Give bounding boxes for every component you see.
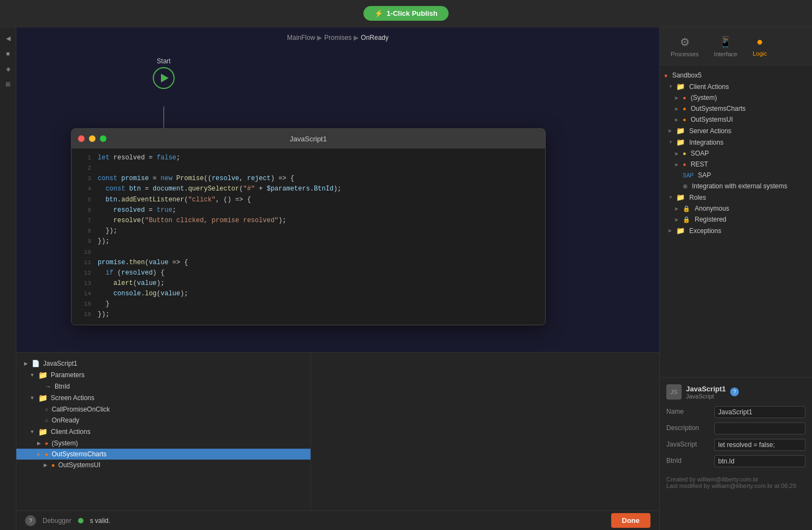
sidebar-back-icon[interactable]: ◀ [2,32,15,45]
panel-right [311,353,659,510]
panel-outsystems-charts[interactable]: ▶ ● OutSystemsCharts [16,449,311,460]
footer-right: Done [611,513,651,528]
panel-left: ▶ 📄 JavaScript1 ▼ 📁 Parameters → Bt [16,353,311,510]
footer-bar: ? Debugger s valid. Done [16,510,659,530]
help-button[interactable]: ? [25,515,36,526]
breadcrumb-sep2: ▶ [354,34,359,41]
tree-exceptions[interactable]: ▶ 📁 Exceptions [660,225,812,236]
code-line-13: 13 alert(value); [71,278,545,289]
tree-rest[interactable]: ▶ ● REST [660,159,812,170]
prop-name-row: Name JavaScript1 [666,406,805,418]
sidebar-item-3[interactable]: ⊞ [2,78,15,91]
props-title: JavaScript1 [686,385,726,393]
tree-system[interactable]: ▶ ● (System) [660,92,812,103]
code-line-12: 12 if (resolved) { [71,268,545,278]
start-circle[interactable] [153,67,175,89]
publish-button[interactable]: ⚡ 1-Click Publish [363,6,448,21]
done-button[interactable]: Done [611,513,651,528]
maximize-button[interactable] [100,135,106,142]
logic-icon: ● [756,35,763,48]
code-line-14: 14 console.log(value); [71,289,545,299]
code-line-5: 5 btn.addEventListener("click", () => { [71,195,545,205]
panel-root[interactable]: ▶ 📄 JavaScript1 [16,358,311,369]
debug-status: s valid. [90,517,110,525]
prop-javascript-row: JavaScript let resolved = false; [666,439,805,451]
props-header: JS JavaScript1 JavaScript ? [666,384,805,400]
javascript-modal: JavaScript1 1 let resolved = false; 2 3 [71,128,546,325]
prop-name-label: Name [666,406,710,415]
panel-system[interactable]: ▶ ● (System) [16,438,311,449]
tree-integration-external[interactable]: ⊕ Integration with external systems [660,181,812,192]
tree-sap[interactable]: SAP SAP [660,170,812,181]
play-icon [161,74,169,82]
canvas-column: MainFlow ▶ Promises ▶ OnReady Start [16,27,659,530]
right-tabs: ⚙ Processes 📱 Interface ● Logic [660,27,812,65]
bottom-panel: ▶ 📄 JavaScript1 ▼ 📁 Parameters → Bt [16,352,659,510]
right-tree: ● Sandbox5 ▼ 📁 Client Actions ▶ ● (Syste… [660,65,812,377]
tree-server-actions[interactable]: ▶ 📁 Server Actions [660,125,812,136]
interface-icon: 📱 [719,35,732,49]
panel-onready[interactable]: ○ OnReady [16,415,311,426]
breadcrumb-current: OnReady [361,34,389,41]
start-label: Start [157,57,170,65]
tree-integrations[interactable]: ▼ 📁 Integrations [660,136,812,148]
tree-client-actions[interactable]: ▼ 📁 Client Actions [660,81,812,92]
tree-soap[interactable]: ▶ ● SOAP [660,148,812,159]
code-line-11: 11 promise.then(value => { [71,258,545,268]
panel-client-actions[interactable]: ▼ 📁 Client Actions [16,426,311,438]
prop-btnid-row: BtnId btn.Id [666,455,805,467]
prop-btnid-value[interactable]: btn.Id [714,455,805,467]
prop-name-value[interactable]: JavaScript1 [714,406,805,418]
canvas-area: MainFlow ▶ Promises ▶ OnReady Start [16,27,659,352]
toolbar-center: ⚡ 1-Click Publish [363,6,448,21]
props-subtitle: JavaScript [686,393,726,400]
prop-javascript-value[interactable]: let resolved = false; [714,439,805,451]
code-line-8: 8 }); [71,226,545,236]
prop-description-value[interactable] [714,422,805,434]
properties-panel: JS JavaScript1 JavaScript ? Name JavaScr… [660,377,812,530]
minimize-button[interactable] [89,135,95,142]
code-editor[interactable]: 1 let resolved = false; 2 3 const promis… [71,148,545,325]
start-node: Start [153,57,175,89]
sidebar-item-2[interactable]: ◈ [2,62,15,75]
canvas-and-right: MainFlow ▶ Promises ▶ OnReady Start [16,27,812,530]
created-by: Created by william@iliberty.com.br [666,476,805,483]
panel-parameters[interactable]: ▼ 📁 Parameters [16,369,311,381]
tree-anonymous[interactable]: ▶ 🔒 Anonymous [660,203,812,214]
modal-title: JavaScript1 [290,135,327,143]
debugger-label: Debugger [43,517,71,525]
footer-left: ? Debugger s valid. [25,515,110,526]
code-line-3: 3 const promise = new Promise((resolve, … [71,174,545,184]
props-help-icon[interactable]: ? [730,388,739,396]
sidebar-item-1[interactable]: ■ [2,47,15,60]
props-type-icon: JS [666,384,682,400]
tab-logic[interactable]: ● Logic [746,32,773,60]
panel-btnid[interactable]: → BtnId [16,381,311,392]
breadcrumb-sep1: ▶ [317,34,322,41]
modified-by: Last modified by william@iliberty.com.br… [666,483,805,489]
tree-root[interactable]: ● Sandbox5 [660,70,812,81]
tree-outsystems-ui[interactable]: ▶ ● OutSystemsUI [660,114,812,125]
tree-roles[interactable]: ▼ 📁 Roles [660,192,812,203]
tree-registered[interactable]: ▶ 🔒 Registered [660,214,812,225]
left-sidebar: ◀ ■ ◈ ⊞ [0,27,16,530]
code-line-9: 9 }); [71,236,545,247]
right-panel: ⚙ Processes 📱 Interface ● Logic ● Sandbo… [659,27,812,530]
panel-callpromise[interactable]: ○ CallPromiseOnClick [16,404,311,415]
code-line-4: 4 const btn = document.querySelector("#"… [71,184,545,194]
code-line-1: 1 let resolved = false; [71,153,545,163]
main-layout: ◀ ■ ◈ ⊞ MainFlow ▶ Promises ▶ OnReady St… [0,27,812,530]
processes-icon: ⚙ [680,35,690,49]
prop-javascript-label: JavaScript [666,439,710,448]
code-line-10: 10 [71,247,545,258]
tab-interface[interactable]: 📱 Interface [707,32,744,61]
tree-outsystems-charts[interactable]: ▶ ● OutSystemsCharts [660,103,812,114]
modal-titlebar: JavaScript1 [71,129,545,148]
panel-screen-actions[interactable]: ▼ 📁 Screen Actions [16,392,311,404]
code-line-15: 15 } [71,299,545,309]
prop-btnid-label: BtnId [666,455,710,465]
tab-processes[interactable]: ⚙ Processes [664,32,705,61]
close-button[interactable] [78,135,85,142]
top-bar: ⚡ 1-Click Publish [0,0,812,27]
panel-outsystems-ui[interactable]: ▶ ● OutSystemsUI [16,460,311,471]
